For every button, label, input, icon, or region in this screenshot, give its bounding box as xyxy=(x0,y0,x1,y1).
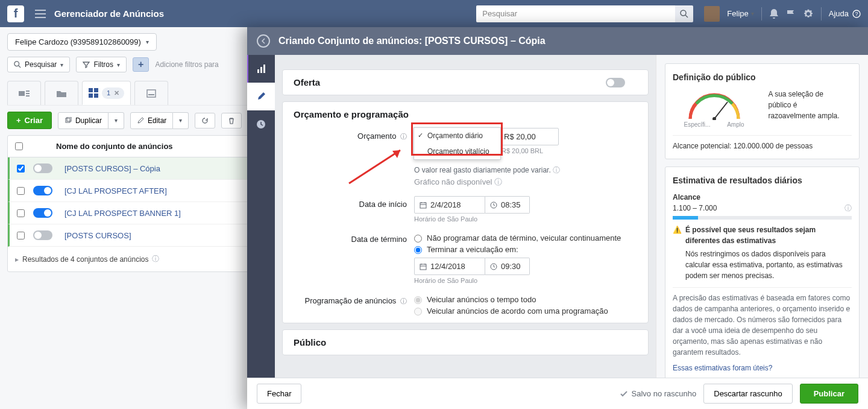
toolbar-refresh-button[interactable] xyxy=(195,113,215,128)
end-radio-schedule[interactable]: Terminar a veiculação em: xyxy=(414,245,637,254)
editor-title: Criando Conjunto de anúncios: [POSTS CUR… xyxy=(278,36,546,46)
budget-amount-input[interactable]: R$ 20,00 xyxy=(498,128,559,145)
audience-def-desc: A sua seleção de público é razoavelmente… xyxy=(769,89,841,129)
reach-label: Alcance xyxy=(673,192,852,203)
pencil-icon xyxy=(256,92,266,101)
row-name-link[interactable]: [CJ LAL PROSPECT BANNER 1] xyxy=(64,209,181,218)
svg-rect-22 xyxy=(420,203,426,208)
filter-filters-button[interactable]: Filtros ▾ xyxy=(76,57,127,72)
gear-icon[interactable] xyxy=(803,8,814,19)
offer-toggle[interactable] xyxy=(606,78,625,87)
toolbar-delete-button[interactable] xyxy=(221,113,242,128)
sidebar-tab-edit[interactable] xyxy=(247,83,275,110)
row-checkbox[interactable] xyxy=(17,209,25,217)
end-date-label: Data de término xyxy=(294,231,414,272)
help-link[interactable]: Ajuda ? xyxy=(829,9,861,18)
sidebar-tab-chart[interactable] xyxy=(247,55,275,83)
end-time-input[interactable]: 09:30 xyxy=(485,258,530,272)
user-menu[interactable]: Felipe ▾ xyxy=(727,9,753,18)
table-select-all[interactable] xyxy=(15,142,23,150)
svg-rect-24 xyxy=(420,264,426,270)
svg-rect-18 xyxy=(263,65,265,73)
row-toggle[interactable] xyxy=(33,230,52,240)
duplicate-button[interactable]: Duplicar xyxy=(58,112,108,129)
create-button[interactable]: + Criar xyxy=(7,112,52,129)
svg-line-26 xyxy=(714,102,728,119)
ad-icon xyxy=(146,89,156,98)
row-toggle[interactable] xyxy=(33,208,52,218)
row-toggle[interactable] xyxy=(33,163,52,173)
hamburger-icon[interactable] xyxy=(35,10,46,18)
svg-rect-13 xyxy=(148,94,154,95)
filter-search-button[interactable]: Pesquisar ▾ xyxy=(7,57,70,72)
bar-chart-icon xyxy=(256,63,267,74)
calendar-icon xyxy=(420,201,427,209)
start-date-input[interactable]: 2/4/2018 xyxy=(414,196,485,214)
refresh-icon xyxy=(201,117,209,124)
tab-adsets-folder[interactable] xyxy=(45,81,78,105)
offer-section-title: Oferta xyxy=(294,77,320,87)
search-icon xyxy=(680,10,688,18)
info-icon[interactable]: ⓘ xyxy=(400,133,407,140)
grid-icon xyxy=(89,88,98,98)
sidebar-tab-history[interactable] xyxy=(247,110,275,138)
clock-icon xyxy=(256,119,266,130)
row-checkbox[interactable] xyxy=(17,165,25,173)
tab-adsets[interactable]: 1 ✕ xyxy=(82,81,131,105)
table-footer: Resultados de 4 conjuntos de anúncios xyxy=(22,255,148,264)
pencil-icon xyxy=(137,117,144,124)
topbar-search-button[interactable] xyxy=(675,5,693,22)
trash-icon xyxy=(228,117,235,124)
row-toggle[interactable] xyxy=(33,186,52,195)
tab-campaigns[interactable] xyxy=(7,81,41,105)
row-name-link[interactable]: [POSTS CURSOS] xyxy=(64,231,131,240)
info-icon[interactable]: ⓘ xyxy=(844,203,852,214)
svg-rect-7 xyxy=(26,95,30,97)
svg-rect-11 xyxy=(94,94,98,98)
gauge-icon xyxy=(684,89,744,120)
potential-reach: Alcance potencial: 120.000.000 de pessoa… xyxy=(673,135,852,151)
account-selector[interactable]: Felipe Cardozo (939589102860099) ▾ xyxy=(7,33,157,51)
collapse-icon[interactable] xyxy=(257,34,270,48)
start-time-input[interactable]: 08:35 xyxy=(485,196,530,214)
bell-icon[interactable] xyxy=(769,8,779,19)
flag-icon[interactable] xyxy=(786,9,796,19)
svg-rect-15 xyxy=(67,117,71,121)
table-col-name[interactable]: Nome do conjunto de anúncios xyxy=(56,142,173,151)
avatar[interactable] xyxy=(704,6,720,22)
chart-na: Gráfico não disponível xyxy=(414,177,492,186)
tab-ads[interactable] xyxy=(134,81,168,105)
row-checkbox[interactable] xyxy=(17,232,25,239)
budget-option-lifetime[interactable]: Orçamento vitalício xyxy=(414,144,500,159)
add-filter-button[interactable]: + xyxy=(133,57,149,72)
info-icon[interactable]: ⓘ xyxy=(553,166,560,174)
calendar-icon xyxy=(420,263,427,270)
reach-range: 1.100 – 7.000 xyxy=(673,204,717,212)
end-date-input[interactable]: 12/4/2018 xyxy=(414,258,485,272)
topbar-search-input[interactable] xyxy=(476,5,675,22)
start-date-label: Data de início xyxy=(294,196,414,223)
clear-selection-icon[interactable]: ✕ xyxy=(114,89,119,97)
edit-button[interactable]: Editar xyxy=(130,112,173,129)
svg-rect-16 xyxy=(257,69,259,73)
duplicate-dropdown[interactable]: ▾ xyxy=(108,112,124,129)
row-name-link[interactable]: [CJ LAL PROSPECT AFTER] xyxy=(64,186,167,195)
svg-rect-5 xyxy=(26,90,30,92)
svg-point-0 xyxy=(681,10,686,16)
edit-dropdown[interactable]: ▾ xyxy=(173,112,189,129)
expand-icon[interactable]: ▸ xyxy=(15,255,19,264)
budget-note: O valor real gasto diariamente pode vari… xyxy=(414,166,551,174)
tz-note-start: Horário de São Paulo xyxy=(414,215,637,223)
info-icon[interactable]: ⓘ xyxy=(494,177,502,186)
warn-title: É possível que seus resultados sejam dif… xyxy=(685,224,852,246)
row-name-link[interactable]: [POSTS CURSOS] – Cópia xyxy=(64,164,160,173)
facebook-logo[interactable]: f xyxy=(7,5,24,22)
warning-icon: ⚠️ xyxy=(673,224,682,272)
info-icon[interactable]: ⓘ xyxy=(152,254,159,264)
end-radio-continuous[interactable]: Não programar data de término, veicular … xyxy=(414,233,637,243)
svg-rect-9 xyxy=(94,88,98,92)
filter-hint: Adicione filtros para xyxy=(155,60,218,69)
svg-rect-12 xyxy=(147,90,156,97)
budget-option-daily[interactable]: Orçamento diário xyxy=(414,128,500,144)
row-checkbox[interactable] xyxy=(17,187,25,195)
